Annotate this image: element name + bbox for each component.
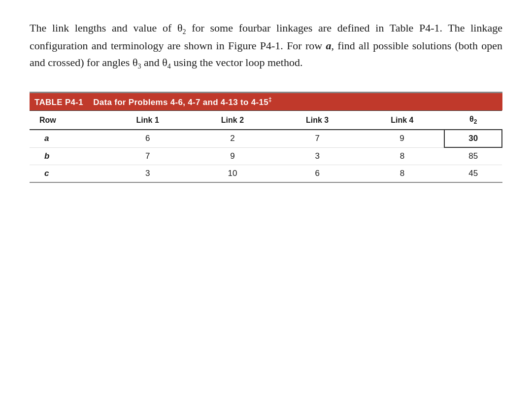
- table-label: TABLE P4-1: [34, 98, 83, 107]
- cell-row-label: c: [30, 165, 105, 182]
- cell-link4: 9: [360, 130, 444, 147]
- page-content: The link lengths and value of θ2 for som…: [30, 20, 502, 183]
- data-table: Row Link 1 Link 2 Link 3 Link 4 θ2 a 6 2…: [30, 110, 502, 182]
- col-header-link4: Link 4: [360, 110, 444, 130]
- cell-theta2: 85: [444, 147, 502, 165]
- cell-link2: 2: [190, 130, 275, 147]
- problem-text-content: The link lengths and value of θ2 for som…: [30, 22, 502, 69]
- table-header-row: Row Link 1 Link 2 Link 3 Link 4 θ2: [30, 110, 502, 130]
- table-row: c 3 10 6 8 45: [30, 165, 502, 182]
- col-header-theta2: θ2: [444, 110, 502, 130]
- table-subtitle: Data for Problems 4-6, 4-7 and 4-13 to 4…: [93, 98, 272, 107]
- col-header-link1: Link 1: [105, 110, 190, 130]
- table-row: b 7 9 3 8 85: [30, 147, 502, 165]
- dagger-symbol: ‡: [268, 96, 272, 103]
- cell-link3: 7: [275, 130, 360, 147]
- cell-theta2: 30: [444, 130, 502, 147]
- cell-link3: 6: [275, 165, 360, 182]
- table-header-bar: TABLE P4-1 Data for Problems 4-6, 4-7 an…: [30, 93, 502, 110]
- table-row: a 6 2 7 9 30: [30, 130, 502, 147]
- cell-row-label: b: [30, 147, 105, 165]
- cell-link1: 7: [105, 147, 190, 165]
- problem-text: The link lengths and value of θ2 for som…: [30, 20, 502, 72]
- cell-link1: 6: [105, 130, 190, 147]
- cell-link2: 9: [190, 147, 275, 165]
- cell-link1: 3: [105, 165, 190, 182]
- table-container: TABLE P4-1 Data for Problems 4-6, 4-7 an…: [30, 92, 502, 183]
- col-header-link2: Link 2: [190, 110, 275, 130]
- col-header-link3: Link 3: [275, 110, 360, 130]
- table-title: TABLE P4-1 Data for Problems 4-6, 4-7 an…: [34, 96, 272, 107]
- cell-theta2: 45: [444, 165, 502, 182]
- cell-link4: 8: [360, 165, 444, 182]
- cell-link2: 10: [190, 165, 275, 182]
- cell-link3: 3: [275, 147, 360, 165]
- col-header-row: Row: [30, 110, 105, 130]
- cell-row-label: a: [30, 130, 105, 147]
- row-reference: a: [326, 39, 332, 52]
- cell-link4: 8: [360, 147, 444, 165]
